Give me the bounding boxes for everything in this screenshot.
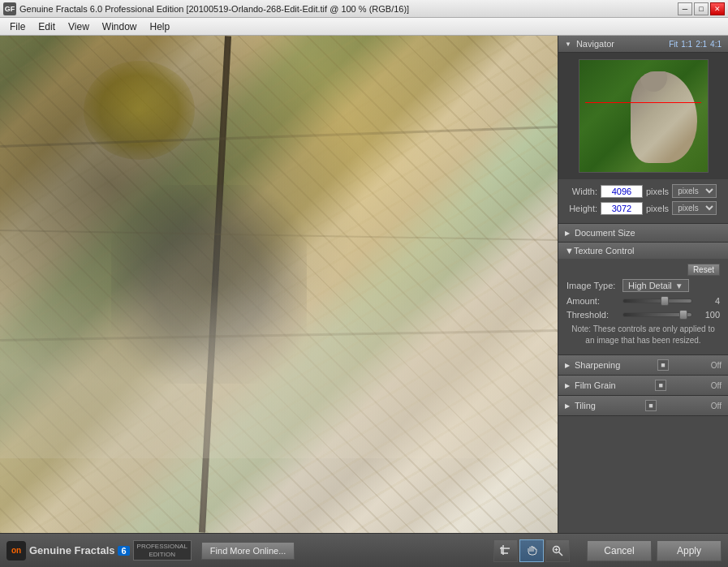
height-row: Height: pixels pixels inches cm <box>566 201 720 215</box>
amount-slider-track <box>622 299 692 303</box>
sharpening-label: Sharpening <box>575 360 620 370</box>
minimize-button[interactable]: ─ <box>678 2 692 15</box>
pro-badge-line2: EDITION <box>137 551 187 559</box>
image-type-dropdown-icon: ▼ <box>675 281 683 290</box>
navigator-thumbnail[interactable] <box>579 59 709 173</box>
title-bar: GF Genuine Fractals 6.0 Professional Edi… <box>0 0 728 18</box>
film-grain-toggle[interactable]: ■ <box>655 380 666 391</box>
image-type-row: Image Type: High Detail ▼ <box>566 279 720 292</box>
sharpening-section: ▶ Sharpening ■ Off <box>558 355 728 376</box>
crop-icon <box>500 545 511 556</box>
film-grain-header[interactable]: ▶ Film Grain ■ Off <box>558 376 728 395</box>
fit-4-1[interactable]: 4:1 <box>710 40 722 49</box>
width-unit: pixels <box>646 187 669 196</box>
hand-tool-button[interactable] <box>519 539 544 562</box>
size-controls: Width: pixels pixels inches cm Height: p… <box>558 179 728 224</box>
threshold-row: Threshold: 100 <box>566 310 720 320</box>
fit-1-1[interactable]: 1:1 <box>681 40 692 49</box>
navigator-viewport-indicator <box>585 102 700 103</box>
tiling-label: Tiling <box>575 401 596 410</box>
film-grain-status: Off <box>711 381 722 390</box>
cancel-button[interactable]: Cancel <box>587 540 652 561</box>
image-type-select[interactable]: High Detail ▼ <box>622 279 689 292</box>
texture-collapse-icon: ▼ <box>565 246 574 256</box>
crop-tool-button[interactable] <box>493 539 518 562</box>
pro-badge-line1: PROFESSIONAL <box>137 543 187 551</box>
fit-2-1[interactable]: 2:1 <box>696 40 707 49</box>
height-label: Height: <box>566 204 597 213</box>
navigator-preview[interactable] <box>558 53 728 179</box>
width-row: Width: pixels pixels inches cm <box>566 184 720 198</box>
texture-control-header[interactable]: ▼ Texture Control <box>558 243 728 259</box>
apply-button[interactable]: Apply <box>657 540 722 561</box>
width-input[interactable] <box>601 185 643 198</box>
menu-edit[interactable]: Edit <box>32 19 62 34</box>
reset-button[interactable]: Reset <box>687 264 720 276</box>
amount-slider-container[interactable] <box>622 296 692 306</box>
document-size-label: Document Size <box>575 228 635 238</box>
texture-note: Note: These controls are only applied to… <box>566 324 720 346</box>
zoom-icon <box>552 545 563 556</box>
fit-controls: Fit 1:1 2:1 4:1 <box>669 40 722 49</box>
menu-bar: File Edit View Window Help <box>0 18 728 36</box>
amount-value: 4 <box>696 296 720 306</box>
reset-row: Reset <box>566 264 720 276</box>
main-content: ▼ Navigator Fit 1:1 2:1 4:1 <box>0 36 728 533</box>
tiling-expand-icon: ▶ <box>565 402 570 410</box>
maximize-button[interactable]: □ <box>694 2 709 15</box>
navigator-header[interactable]: ▼ Navigator Fit 1:1 2:1 4:1 <box>558 36 728 53</box>
width-unit-dropdown[interactable]: pixels inches cm <box>672 184 717 198</box>
menu-help[interactable]: Help <box>144 19 177 34</box>
tiling-section: ▶ Tiling ■ Off <box>558 396 728 416</box>
tiling-toggle[interactable]: ■ <box>645 400 657 411</box>
amount-label: Amount: <box>566 296 619 306</box>
brand-name: Genuine Fractals <box>29 544 114 556</box>
action-buttons: Cancel Apply <box>587 540 722 561</box>
threshold-label: Threshold: <box>566 310 619 320</box>
width-label: Width: <box>566 187 597 196</box>
texture-body: Reset Image Type: High Detail ▼ Amount: <box>558 259 728 354</box>
svg-line-1 <box>559 552 563 556</box>
close-button[interactable]: ✕ <box>710 2 725 15</box>
threshold-slider-container[interactable] <box>622 310 692 320</box>
tiling-status: Off <box>711 402 722 410</box>
sharpening-expand-icon: ▶ <box>565 362 570 369</box>
tiling-header[interactable]: ▶ Tiling ■ Off <box>558 396 728 415</box>
sharpening-header[interactable]: ▶ Sharpening ■ Off <box>558 355 728 375</box>
pro-edition-badge: PROFESSIONAL EDITION <box>133 540 192 561</box>
menu-view[interactable]: View <box>62 19 96 34</box>
sharpening-status: Off <box>711 361 722 370</box>
sharpening-toggle[interactable]: ■ <box>657 359 669 371</box>
menu-file[interactable]: File <box>3 19 32 34</box>
document-size-section[interactable]: ▶ Document Size <box>558 224 728 243</box>
texture-control-label: Texture Control <box>574 246 635 256</box>
height-unit-dropdown[interactable]: pixels inches cm <box>672 201 717 215</box>
image-type-label: Image Type: <box>566 281 619 290</box>
amount-slider-thumb[interactable] <box>661 296 669 306</box>
height-unit: pixels <box>646 204 669 213</box>
window-title: Genuine Fractals 6.0 Professional Editio… <box>19 4 678 14</box>
window-controls: ─ □ ✕ <box>678 2 725 15</box>
brand-area: on Genuine Fractals 6 PROFESSIONAL EDITI… <box>6 540 493 561</box>
zoom-tool-button[interactable] <box>545 539 570 562</box>
panel-scroll[interactable]: ▼ Navigator Fit 1:1 2:1 4:1 <box>558 36 728 533</box>
canvas-area[interactable] <box>0 36 558 533</box>
texture-control-section: ▼ Texture Control Reset Image Type: High… <box>558 243 728 355</box>
fit-fit[interactable]: Fit <box>669 40 678 49</box>
navigator-label: Navigator <box>576 39 614 49</box>
height-input[interactable] <box>601 202 643 215</box>
navigator-collapse-icon: ▼ <box>565 41 571 48</box>
app-icon: GF <box>3 2 16 15</box>
film-grain-expand-icon: ▶ <box>565 382 570 389</box>
menu-window[interactable]: Window <box>96 19 144 34</box>
film-grain-section: ▶ Film Grain ■ Off <box>558 376 728 396</box>
threshold-slider-track <box>622 312 692 317</box>
amount-row: Amount: 4 <box>566 296 720 306</box>
brand-version: 6 <box>118 546 129 556</box>
hand-icon <box>526 545 537 556</box>
right-panel: ▼ Navigator Fit 1:1 2:1 4:1 <box>558 36 728 533</box>
threshold-slider-thumb[interactable] <box>679 310 687 320</box>
film-grain-label: Film Grain <box>575 380 616 390</box>
image-type-value: High Detail <box>628 281 672 290</box>
find-online-button[interactable]: Find More Online... <box>201 542 295 560</box>
